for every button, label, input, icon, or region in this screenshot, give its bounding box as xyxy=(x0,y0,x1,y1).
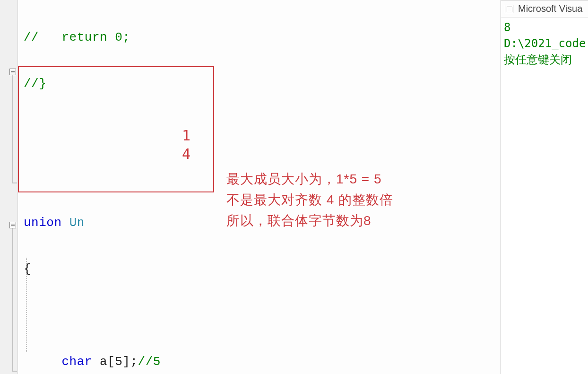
fold-end xyxy=(12,183,17,183)
code-content[interactable]: // return 0; //} union Un { char a[5];//… xyxy=(24,0,259,374)
console-titlebar[interactable]: Microsoft Visua xyxy=(501,0,588,17)
code-editor[interactable]: // return 0; //} union Un { char a[5];//… xyxy=(0,0,496,374)
console-line: 按任意键关闭 xyxy=(504,52,585,68)
console-line: D:\2021_code xyxy=(504,35,585,52)
console-line: 8 xyxy=(504,19,585,35)
code-comment: // return 0; xyxy=(24,30,130,44)
editor-gutter xyxy=(0,0,18,374)
fold-toggle-icon[interactable] xyxy=(9,222,16,228)
declaration: a[5]; xyxy=(92,355,138,369)
fold-end xyxy=(12,371,17,372)
keyword-char: char xyxy=(62,355,92,369)
output-console-window[interactable]: Microsoft Visua 8 D:\2021_code 按任意键关闭 xyxy=(501,0,588,374)
brace: { xyxy=(24,262,31,276)
console-output[interactable]: 8 D:\2021_code 按任意键关闭 xyxy=(501,17,588,70)
fold-toggle-icon[interactable] xyxy=(9,69,16,75)
code-comment: //5 xyxy=(138,355,161,369)
vs-icon xyxy=(505,5,513,13)
fold-line xyxy=(12,75,13,183)
type-name: Un xyxy=(69,216,85,230)
console-title: Microsoft Visua xyxy=(518,3,582,14)
keyword-union: union xyxy=(24,216,62,230)
fold-line xyxy=(12,228,13,371)
code-comment: //} xyxy=(24,77,46,91)
